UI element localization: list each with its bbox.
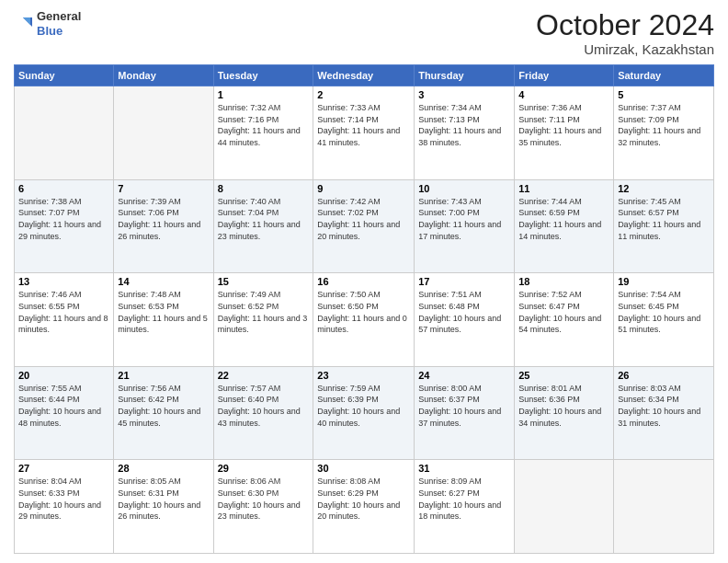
logo-text-general: General <box>37 9 81 24</box>
day-number: 14 <box>118 276 209 287</box>
table-row: 15 Sunrise: 7:49 AM Sunset: 6:52 PM Dayl… <box>213 273 313 367</box>
table-row <box>614 460 714 554</box>
day-info: Sunrise: 7:51 AM Sunset: 6:48 PM Dayligh… <box>418 289 510 335</box>
table-row: 9 Sunrise: 7:42 AM Sunset: 7:02 PM Dayli… <box>313 179 415 273</box>
day-number: 30 <box>317 463 410 474</box>
day-number: 21 <box>118 370 209 381</box>
day-info: Sunrise: 7:56 AM Sunset: 6:42 PM Dayligh… <box>118 383 209 429</box>
sunset-text: Sunset: 6:42 PM <box>118 395 179 404</box>
table-row: 23 Sunrise: 7:59 AM Sunset: 6:39 PM Dayl… <box>313 366 415 460</box>
sunset-text: Sunset: 6:29 PM <box>317 488 379 498</box>
day-number: 6 <box>18 183 109 194</box>
table-row: 28 Sunrise: 8:05 AM Sunset: 6:31 PM Dayl… <box>114 460 213 554</box>
sunset-text: Sunset: 6:48 PM <box>418 302 480 311</box>
logo-bird-icon <box>14 14 34 34</box>
page-subtitle: Umirzak, Kazakhstan <box>536 41 714 57</box>
table-row <box>114 86 213 180</box>
sunset-text: Sunset: 6:34 PM <box>618 395 679 404</box>
day-info: Sunrise: 7:34 AM Sunset: 7:13 PM Dayligh… <box>418 102 510 148</box>
sunset-text: Sunset: 7:02 PM <box>317 208 379 217</box>
day-info: Sunrise: 7:37 AM Sunset: 7:09 PM Dayligh… <box>618 102 710 148</box>
sunset-text: Sunset: 6:40 PM <box>218 395 279 404</box>
day-number: 11 <box>518 183 609 194</box>
day-number: 18 <box>518 276 609 287</box>
sunrise-text: Sunrise: 7:36 AM <box>518 103 582 112</box>
sunrise-text: Sunrise: 7:54 AM <box>618 290 681 299</box>
sunrise-text: Sunrise: 7:57 AM <box>218 384 281 393</box>
table-row <box>515 460 614 554</box>
daylight-text: Daylight: 11 hours and 38 minutes. <box>418 126 501 147</box>
day-info: Sunrise: 7:48 AM Sunset: 6:53 PM Dayligh… <box>118 289 209 335</box>
table-row: 22 Sunrise: 7:57 AM Sunset: 6:40 PM Dayl… <box>213 366 313 460</box>
day-number: 3 <box>418 89 510 100</box>
sunrise-text: Sunrise: 7:42 AM <box>317 197 381 206</box>
day-info: Sunrise: 8:08 AM Sunset: 6:29 PM Dayligh… <box>317 476 410 522</box>
sunset-text: Sunset: 6:59 PM <box>518 208 580 217</box>
day-number: 25 <box>518 370 609 381</box>
svg-marker-1 <box>23 17 30 25</box>
table-row: 17 Sunrise: 7:51 AM Sunset: 6:48 PM Dayl… <box>415 273 515 367</box>
col-monday: Monday <box>114 65 213 86</box>
daylight-text: Daylight: 11 hours and 11 minutes. <box>618 220 700 241</box>
col-wednesday: Wednesday <box>313 65 415 86</box>
sunset-text: Sunset: 7:11 PM <box>518 115 580 124</box>
table-row: 29 Sunrise: 8:06 AM Sunset: 6:30 PM Dayl… <box>213 460 313 554</box>
day-number: 26 <box>618 370 710 381</box>
daylight-text: Daylight: 11 hours and 44 minutes. <box>218 126 301 147</box>
sunrise-text: Sunrise: 8:05 AM <box>118 477 181 486</box>
sunset-text: Sunset: 6:33 PM <box>18 488 80 498</box>
page: General Blue October 2024 Umirzak, Kazak… <box>0 0 728 563</box>
day-number: 17 <box>418 276 510 287</box>
sunset-text: Sunset: 6:45 PM <box>618 302 679 311</box>
sunset-text: Sunset: 6:47 PM <box>518 302 580 311</box>
table-row: 27 Sunrise: 8:04 AM Sunset: 6:33 PM Dayl… <box>15 460 114 554</box>
sunrise-text: Sunrise: 7:59 AM <box>317 384 381 393</box>
day-info: Sunrise: 7:33 AM Sunset: 7:14 PM Dayligh… <box>317 102 410 148</box>
table-row: 19 Sunrise: 7:54 AM Sunset: 6:45 PM Dayl… <box>614 273 714 367</box>
daylight-text: Daylight: 10 hours and 34 minutes. <box>518 407 601 428</box>
day-number: 31 <box>418 463 510 474</box>
calendar-week-row: 6 Sunrise: 7:38 AM Sunset: 7:07 PM Dayli… <box>15 179 714 273</box>
table-row: 2 Sunrise: 7:33 AM Sunset: 7:14 PM Dayli… <box>313 86 415 180</box>
table-row: 24 Sunrise: 8:00 AM Sunset: 6:37 PM Dayl… <box>415 366 515 460</box>
day-info: Sunrise: 7:50 AM Sunset: 6:50 PM Dayligh… <box>317 289 410 335</box>
day-number: 15 <box>218 276 310 287</box>
daylight-text: Daylight: 10 hours and 31 minutes. <box>618 407 700 428</box>
table-row: 31 Sunrise: 8:09 AM Sunset: 6:27 PM Dayl… <box>415 460 515 554</box>
table-row: 6 Sunrise: 7:38 AM Sunset: 7:07 PM Dayli… <box>15 179 114 273</box>
day-info: Sunrise: 7:38 AM Sunset: 7:07 PM Dayligh… <box>18 196 109 242</box>
day-info: Sunrise: 7:49 AM Sunset: 6:52 PM Dayligh… <box>218 289 310 335</box>
daylight-text: Daylight: 11 hours and 20 minutes. <box>317 220 400 241</box>
table-row: 3 Sunrise: 7:34 AM Sunset: 7:13 PM Dayli… <box>415 86 515 180</box>
daylight-text: Daylight: 10 hours and 26 minutes. <box>118 500 200 522</box>
day-number: 4 <box>518 89 609 100</box>
daylight-text: Daylight: 11 hours and 3 minutes. <box>218 314 308 335</box>
daylight-text: Daylight: 10 hours and 29 minutes. <box>18 500 101 522</box>
day-number: 13 <box>18 276 109 287</box>
day-number: 5 <box>618 89 710 100</box>
table-row: 30 Sunrise: 8:08 AM Sunset: 6:29 PM Dayl… <box>313 460 415 554</box>
daylight-text: Daylight: 11 hours and 32 minutes. <box>618 126 700 147</box>
table-row: 5 Sunrise: 7:37 AM Sunset: 7:09 PM Dayli… <box>614 86 714 180</box>
day-number: 22 <box>218 370 310 381</box>
daylight-text: Daylight: 10 hours and 57 minutes. <box>418 314 501 335</box>
sunset-text: Sunset: 6:57 PM <box>618 208 679 217</box>
table-row: 21 Sunrise: 7:56 AM Sunset: 6:42 PM Dayl… <box>114 366 213 460</box>
calendar-week-row: 1 Sunrise: 7:32 AM Sunset: 7:16 PM Dayli… <box>15 86 714 180</box>
logo-text-blue: Blue <box>37 24 81 39</box>
daylight-text: Daylight: 11 hours and 17 minutes. <box>418 220 501 241</box>
daylight-text: Daylight: 10 hours and 40 minutes. <box>317 407 400 428</box>
day-info: Sunrise: 7:43 AM Sunset: 7:00 PM Dayligh… <box>418 196 510 242</box>
sunset-text: Sunset: 6:27 PM <box>418 488 480 498</box>
sunrise-text: Sunrise: 7:56 AM <box>118 384 181 393</box>
day-number: 10 <box>418 183 510 194</box>
daylight-text: Daylight: 11 hours and 26 minutes. <box>118 220 200 241</box>
daylight-text: Daylight: 10 hours and 54 minutes. <box>518 314 601 335</box>
col-thursday: Thursday <box>415 65 515 86</box>
header: General Blue October 2024 Umirzak, Kazak… <box>14 9 714 57</box>
daylight-text: Daylight: 10 hours and 18 minutes. <box>418 500 501 522</box>
sunset-text: Sunset: 7:06 PM <box>118 208 179 217</box>
sunrise-text: Sunrise: 7:49 AM <box>218 290 281 299</box>
day-info: Sunrise: 7:55 AM Sunset: 6:44 PM Dayligh… <box>18 383 109 429</box>
day-info: Sunrise: 7:39 AM Sunset: 7:06 PM Dayligh… <box>118 196 209 242</box>
